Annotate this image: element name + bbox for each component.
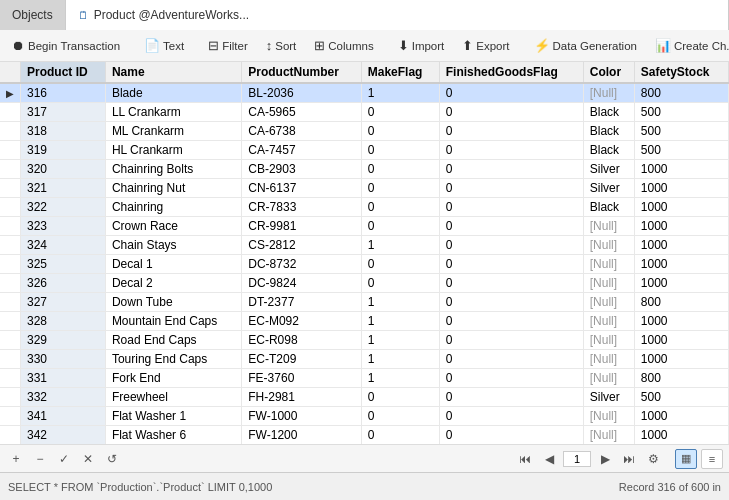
data-grid[interactable]: Product ID Name ProductNumber MakeFlag F… [0,62,729,444]
cell-safety-stock: 1000 [634,160,728,179]
table-row[interactable]: 329 Road End Caps EC-R098 1 0 [Null] 100… [0,331,729,350]
import-button[interactable]: ⬇ Import [390,34,453,57]
cell-safety-stock: 1000 [634,255,728,274]
row-marker [0,217,21,236]
cell-make-flag: 1 [361,293,439,312]
cell-safety-stock: 1000 [634,217,728,236]
table-row[interactable]: 341 Flat Washer 1 FW-1000 0 0 [Null] 100… [0,407,729,426]
settings-button[interactable]: ⚙ [643,449,663,469]
table-row[interactable]: 330 Touring End Caps EC-T209 1 0 [Null] … [0,350,729,369]
cell-name: HL Crankarm [105,141,241,160]
table-row[interactable]: 332 Freewheel FH-2981 0 0 Silver 500 [0,388,729,407]
cell-color: Silver [583,388,634,407]
cell-color: [Null] [583,312,634,331]
cell-finished-goods: 0 [439,407,583,426]
header-product-number[interactable]: ProductNumber [242,62,361,83]
row-marker [0,198,21,217]
row-marker [0,122,21,141]
cell-make-flag: 1 [361,350,439,369]
row-marker [0,350,21,369]
first-page-button[interactable]: ⏮ [515,449,535,469]
cell-color: [Null] [583,331,634,350]
text-button[interactable]: 📄 Text [136,34,192,57]
row-marker [0,179,21,198]
data-generation-button[interactable]: ⚡ Data Generation [526,34,645,57]
begin-transaction-button[interactable]: ⏺ Begin Transaction [4,34,128,57]
cell-product-number: CN-6137 [242,179,361,198]
tab-objects[interactable]: Objects [0,0,66,30]
delete-row-button[interactable]: − [30,449,50,469]
next-page-button[interactable]: ▶ [595,449,615,469]
cell-finished-goods: 0 [439,426,583,445]
cell-make-flag: 0 [361,103,439,122]
header-name[interactable]: Name [105,62,241,83]
last-page-button[interactable]: ⏭ [619,449,639,469]
cell-color: [Null] [583,255,634,274]
table-row[interactable]: 342 Flat Washer 6 FW-1200 0 0 [Null] 100… [0,426,729,445]
cell-product-number: CA-7457 [242,141,361,160]
header-product-id[interactable]: Product ID [21,62,106,83]
cell-product-number: EC-M092 [242,312,361,331]
cell-safety-stock: 1000 [634,331,728,350]
cell-color: [Null] [583,274,634,293]
header-color[interactable]: Color [583,62,634,83]
header-make-flag[interactable]: MakeFlag [361,62,439,83]
table-row[interactable]: 324 Chain Stays CS-2812 1 0 [Null] 1000 [0,236,729,255]
create-chart-button[interactable]: 📊 Create Ch... [647,34,729,57]
cancel-button[interactable]: ✕ [78,449,98,469]
cell-product-number: CR-7833 [242,198,361,217]
cell-product-id: 319 [21,141,106,160]
cell-name: Flat Washer 6 [105,426,241,445]
cell-finished-goods: 0 [439,331,583,350]
cell-safety-stock: 1000 [634,179,728,198]
table-row[interactable]: 322 Chainring CR-7833 0 0 Black 1000 [0,198,729,217]
cell-make-flag: 1 [361,369,439,388]
cell-name: Mountain End Caps [105,312,241,331]
sort-button[interactable]: ↕ Sort [258,34,305,57]
cell-product-number: FW-1000 [242,407,361,426]
tab-product[interactable]: 🗒 Product @AdventureWorks... [66,0,729,30]
row-marker [0,388,21,407]
table-row[interactable]: 317 LL Crankarm CA-5965 0 0 Black 500 [0,103,729,122]
cell-safety-stock: 800 [634,293,728,312]
filter-button[interactable]: ⊟ Filter [200,34,256,57]
refresh-button[interactable]: ↺ [102,449,122,469]
cell-color: Black [583,141,634,160]
table-row[interactable]: 327 Down Tube DT-2377 1 0 [Null] 800 [0,293,729,312]
table-row[interactable]: 328 Mountain End Caps EC-M092 1 0 [Null]… [0,312,729,331]
cell-product-number: CA-5965 [242,103,361,122]
export-button[interactable]: ⬆ Export [454,34,517,57]
cell-product-id: 322 [21,198,106,217]
table-row[interactable]: 325 Decal 1 DC-8732 0 0 [Null] 1000 [0,255,729,274]
header-safety-stock[interactable]: SafetyStock [634,62,728,83]
table-row[interactable]: 319 HL Crankarm CA-7457 0 0 Black 500 [0,141,729,160]
header-finished-goods[interactable]: FinishedGoodsFlag [439,62,583,83]
table-row[interactable]: 326 Decal 2 DC-9824 0 0 [Null] 1000 [0,274,729,293]
page-number-input[interactable] [563,451,591,467]
table-row[interactable]: 318 ML Crankarm CA-6738 0 0 Black 500 [0,122,729,141]
add-row-button[interactable]: + [6,449,26,469]
columns-button[interactable]: ⊞ Columns [306,34,381,57]
table-row[interactable]: 331 Fork End FE-3760 1 0 [Null] 800 [0,369,729,388]
cell-finished-goods: 0 [439,103,583,122]
table-row[interactable]: 320 Chainring Bolts CB-2903 0 0 Silver 1… [0,160,729,179]
cell-product-number: EC-T209 [242,350,361,369]
cell-make-flag: 0 [361,179,439,198]
cell-product-number: CA-6738 [242,122,361,141]
cell-product-number: DC-8732 [242,255,361,274]
cell-color: [Null] [583,407,634,426]
cell-color: [Null] [583,293,634,312]
cell-make-flag: 1 [361,331,439,350]
sql-status: SELECT * FROM `Production`.`Product` LIM… [8,481,619,493]
cell-color: Black [583,103,634,122]
header-marker [0,62,21,83]
table-row[interactable]: 323 Crown Race CR-9981 0 0 [Null] 1000 [0,217,729,236]
status-bar: SELECT * FROM `Production`.`Product` LIM… [0,472,729,500]
text-view-button[interactable]: ≡ [701,449,723,469]
prev-page-button[interactable]: ◀ [539,449,559,469]
grid-view-button[interactable]: ▦ [675,449,697,469]
product-tab-label: Product @AdventureWorks... [94,8,249,22]
table-row[interactable]: 321 Chainring Nut CN-6137 0 0 Silver 100… [0,179,729,198]
confirm-button[interactable]: ✓ [54,449,74,469]
table-row[interactable]: ▶ 316 Blade BL-2036 1 0 [Null] 800 [0,83,729,103]
